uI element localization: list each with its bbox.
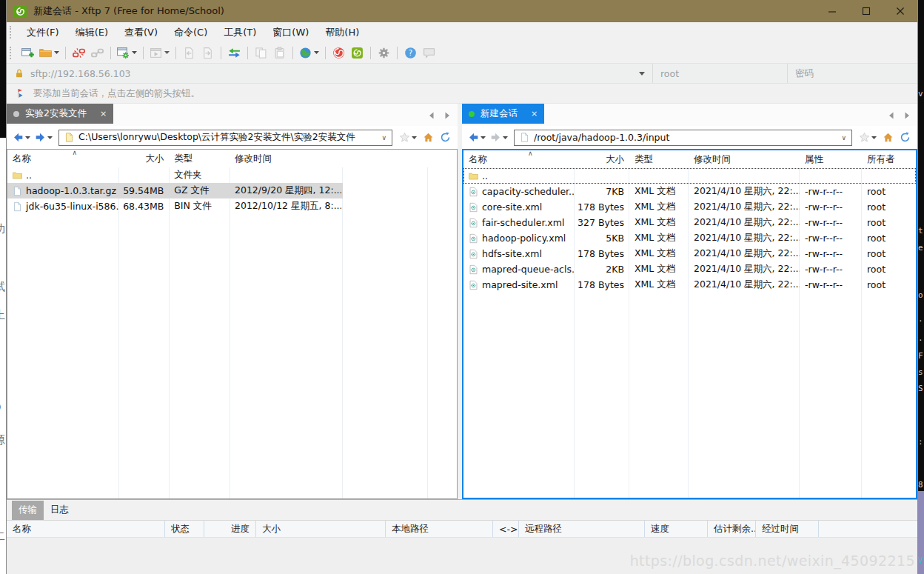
file-row[interactable]: core-site.xml178 BytesXML 文档2021/4/10 星期… [463, 199, 916, 215]
menu-item-window[interactable]: 窗口(W) [264, 23, 317, 42]
tab-scroll-left-icon[interactable] [429, 110, 434, 121]
menu-item-file[interactable]: 文件(F) [19, 23, 67, 42]
local-session-tab[interactable]: 实验2安装文件× [7, 104, 113, 124]
toolbar-reconnect-button[interactable] [88, 44, 107, 61]
path-dropdown-chevron-icon[interactable]: ∨ [841, 134, 846, 141]
file-row[interactable]: jdk-6u35-linux-i586....68.43MBBIN 文件2012… [7, 198, 457, 214]
menu-item-command[interactable]: 命令(C) [166, 23, 215, 42]
column-header-owner[interactable]: 所有者 [862, 150, 916, 168]
host-dropdown-caret[interactable] [639, 72, 645, 76]
local-favorites-button[interactable] [396, 132, 420, 143]
toolbar-disconnect-button[interactable] [70, 44, 88, 61]
file-row[interactable]: .. [463, 168, 916, 184]
remote-path-input[interactable]: /root/java/hadoop-1.0.3/input∨ [514, 130, 852, 146]
column-header-owner[interactable] [426, 150, 457, 167]
remote-home-button[interactable] [880, 132, 897, 143]
close-button[interactable] [883, 0, 917, 22]
column-header-attr[interactable] [341, 150, 426, 167]
path-dropdown-chevron-icon[interactable]: ∨ [381, 134, 386, 141]
file-cell-attr: -rw-r--r-- [800, 215, 862, 230]
remote-tab-close-icon[interactable]: × [531, 109, 538, 119]
home-icon [423, 132, 434, 143]
file-row[interactable]: hadoop-1.0.3.tar.gz59.54MBGZ 文件2012/9/20… [7, 183, 457, 198]
toolbar-upload-button[interactable] [180, 44, 198, 61]
local-back-button[interactable] [10, 132, 33, 143]
menubar-gripper[interactable] [10, 26, 12, 39]
transfer-column-speed[interactable]: 速度 [645, 521, 708, 537]
minimize-button[interactable] [815, 0, 849, 22]
column-header-modified[interactable]: 修改时间 [230, 150, 341, 167]
file-row[interactable]: hdfs-site.xml178 BytesXML 文档2021/4/10 星期… [463, 246, 916, 261]
file-row[interactable]: mapred-queue-acls...2KBXML 文档2021/4/10 星… [463, 261, 916, 277]
column-header-attr[interactable]: 属性 [800, 150, 862, 168]
local-forward-button[interactable] [33, 132, 55, 143]
remote-favorites-button[interactable] [856, 132, 880, 143]
file-name: hadoop-policy.xml [482, 233, 566, 244]
toolbar-feedback-button[interactable] [420, 44, 438, 61]
menu-item-view[interactable]: 查看(V) [116, 23, 166, 42]
remote-session-tab[interactable]: 新建会话× [462, 104, 544, 124]
host-address-field[interactable]: sftp://192.168.56.103 [7, 64, 652, 83]
toolbar-paste-button[interactable] [270, 44, 289, 61]
file-row[interactable]: ..文件夹 [7, 167, 457, 183]
toolbar-sync-browsing-button[interactable] [225, 44, 244, 61]
transfer-column-elapsed[interactable]: 经过时间 [756, 521, 819, 537]
toolbar-web-button[interactable] [297, 44, 321, 61]
toolbar-help-button[interactable]: ? [401, 44, 420, 61]
column-header-size[interactable]: 大小 [118, 150, 169, 167]
toolbar-copy-button[interactable] [252, 44, 270, 61]
file-row[interactable]: mapred-site.xml178 BytesXML 文档2021/4/10 … [463, 277, 916, 293]
transfer-tab-log[interactable]: 日志 [44, 501, 76, 520]
local-path-input[interactable]: C:\Users\lonrywu\Desktop\云计算实验2安装文件\实验2安… [58, 130, 392, 146]
file-row[interactable]: fair-scheduler.xml327 BytesXML 文档2021/4/… [463, 215, 916, 230]
local-tab-close-icon[interactable]: × [100, 109, 107, 119]
file-row[interactable]: hadoop-policy.xml5KBXML 文档2021/4/10 星期六,… [463, 230, 916, 246]
transfer-column-progress[interactable]: 进度 [204, 521, 256, 537]
remote-back-button[interactable] [466, 132, 488, 143]
transfer-header: 名称状态进度大小本地路径<->远程路径速度估计剩余...经过时间 [7, 520, 917, 538]
transfer-column-size[interactable]: 大小 [256, 521, 386, 537]
file-cell-modified: 2012/10/12 星期五, 8:... [230, 198, 341, 214]
maximize-button[interactable] [849, 0, 883, 22]
column-header-type[interactable]: 类型 [629, 150, 689, 168]
column-header-type[interactable]: 类型 [169, 150, 230, 167]
dropdown-caret-icon [132, 51, 137, 54]
remote-forward-button[interactable] [488, 132, 510, 143]
column-header-name[interactable]: 名称 [7, 150, 118, 167]
local-home-button[interactable] [420, 132, 437, 143]
transfer-column-status[interactable]: 状态 [165, 521, 204, 537]
transfer-column-remote-path[interactable]: 远程路径 [519, 521, 645, 537]
column-header-size[interactable]: 大小 [575, 150, 629, 168]
toolbar-session-properties-button[interactable] [115, 44, 139, 61]
toolbar-open-session-button[interactable] [37, 44, 61, 61]
username-field[interactable]: root [652, 64, 787, 83]
tab-scroll-right-icon[interactable] [445, 110, 450, 121]
toolbar-xftp-button[interactable] [348, 44, 366, 61]
menu-item-edit[interactable]: 编辑(E) [67, 23, 116, 42]
file-row[interactable]: capacity-scheduler....7KBXML 文档2021/4/10… [463, 184, 916, 199]
transfer-column-local-path[interactable]: 本地路径 [386, 521, 493, 537]
column-header-name[interactable]: 名称 [463, 150, 575, 168]
toolbar-xshell-button[interactable] [329, 44, 348, 61]
local-refresh-button[interactable] [437, 132, 454, 143]
toolbar-new-session-button[interactable] [19, 44, 37, 61]
toolbar-download-button[interactable] [198, 44, 217, 61]
transfer-column-name[interactable]: 名称 [7, 521, 165, 537]
transfer-column-estimated-left[interactable]: 估计剩余... [708, 521, 756, 537]
toolbar-gripper[interactable] [10, 47, 12, 59]
menu-item-tools[interactable]: 工具(T) [215, 23, 264, 42]
menu-item-help[interactable]: 帮助(H) [317, 23, 367, 42]
toolbar-run-script-button[interactable] [147, 44, 172, 61]
refresh-icon [440, 132, 451, 143]
tab-scroll-left-icon[interactable] [888, 110, 894, 121]
xml-icon [469, 280, 478, 290]
background-text-fragment: p [0, 400, 6, 413]
transfer-tab-transfers[interactable]: 传输 [12, 501, 44, 520]
tab-scroll-right-icon[interactable] [905, 110, 910, 121]
column-header-modified[interactable]: 修改时间 [689, 150, 800, 168]
toolbar-options-button[interactable] [375, 44, 393, 61]
password-field[interactable]: 密码 [787, 64, 917, 83]
remote-refresh-button[interactable] [897, 132, 914, 143]
transfer-column-direction[interactable]: <-> [493, 521, 519, 537]
file-name: capacity-scheduler.... [482, 186, 575, 197]
